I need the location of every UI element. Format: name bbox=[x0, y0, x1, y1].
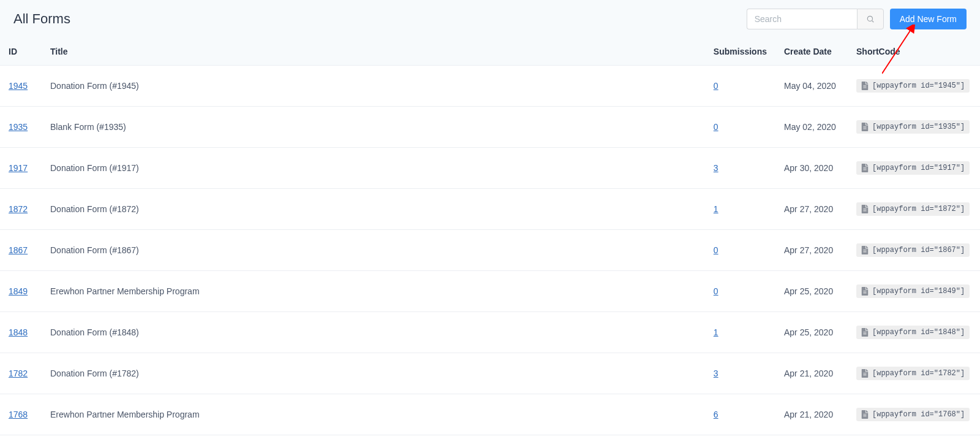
create-date: Apr 25, 2020 bbox=[784, 286, 833, 296]
form-id-link[interactable]: 1935 bbox=[9, 122, 28, 132]
submissions-link[interactable]: 0 bbox=[714, 286, 718, 296]
submissions-link[interactable]: 0 bbox=[714, 245, 718, 255]
search-icon bbox=[866, 15, 875, 23]
col-header-submissions[interactable]: Submissions bbox=[705, 38, 775, 66]
form-id-link[interactable]: 1848 bbox=[9, 327, 28, 337]
search-wrap bbox=[747, 9, 884, 29]
create-date: Apr 21, 2020 bbox=[784, 410, 833, 419]
form-title: Blank Form (#1935) bbox=[50, 122, 126, 132]
col-header-title[interactable]: Title bbox=[42, 38, 705, 66]
forms-table: ID Title Submissions Create Date ShortCo… bbox=[0, 38, 980, 435]
submissions-link[interactable]: 0 bbox=[714, 81, 718, 91]
create-date: May 04, 2020 bbox=[784, 81, 836, 91]
document-icon bbox=[861, 164, 869, 172]
shortcode-chip[interactable]: [wppayform id="1867"] bbox=[856, 243, 970, 257]
shortcode-text: [wppayform id="1935"] bbox=[872, 123, 965, 131]
form-id-link[interactable]: 1768 bbox=[9, 410, 28, 419]
form-title: Erewhon Partner Membership Program bbox=[50, 410, 200, 419]
form-id-link[interactable]: 1872 bbox=[9, 204, 28, 214]
submissions-link[interactable]: 1 bbox=[714, 204, 718, 214]
page-header: All Forms Add New Form bbox=[0, 0, 980, 38]
shortcode-chip[interactable]: [wppayform id="1872"] bbox=[856, 202, 970, 216]
form-title: Donation Form (#1848) bbox=[50, 327, 139, 337]
table-row: 1867Donation Form (#1867)0Apr 27, 2020[w… bbox=[0, 230, 980, 271]
table-row: 1872Donation Form (#1872)1Apr 27, 2020[w… bbox=[0, 189, 980, 230]
add-new-form-button[interactable]: Add New Form bbox=[890, 9, 967, 29]
shortcode-chip[interactable]: [wppayform id="1848"] bbox=[856, 326, 970, 339]
table-row: 1768Erewhon Partner Membership Program6A… bbox=[0, 394, 980, 435]
form-id-link[interactable]: 1917 bbox=[9, 163, 28, 173]
table-row: 1849Erewhon Partner Membership Program0A… bbox=[0, 271, 980, 312]
create-date: Apr 21, 2020 bbox=[784, 368, 833, 378]
shortcode-chip[interactable]: [wppayform id="1849"] bbox=[856, 284, 970, 298]
table-row: 1917Donation Form (#1917)3Apr 30, 2020[w… bbox=[0, 148, 980, 189]
form-title: Donation Form (#1917) bbox=[50, 163, 139, 173]
document-icon bbox=[861, 328, 869, 337]
form-id-link[interactable]: 1945 bbox=[9, 81, 28, 91]
search-input[interactable] bbox=[747, 9, 857, 29]
table-row: 1782Donation Form (#1782)3Apr 21, 2020[w… bbox=[0, 353, 980, 394]
search-button[interactable] bbox=[857, 9, 884, 29]
form-title: Donation Form (#1872) bbox=[50, 204, 139, 214]
submissions-link[interactable]: 0 bbox=[714, 122, 718, 132]
form-id-link[interactable]: 1849 bbox=[9, 286, 28, 296]
col-header-id[interactable]: ID bbox=[0, 38, 42, 66]
shortcode-text: [wppayform id="1872"] bbox=[872, 205, 965, 213]
shortcode-text: [wppayform id="1945"] bbox=[872, 82, 965, 90]
shortcode-text: [wppayform id="1848"] bbox=[872, 328, 965, 337]
form-title: Erewhon Partner Membership Program bbox=[50, 286, 200, 296]
document-icon bbox=[861, 287, 869, 296]
col-header-shortcode[interactable]: ShortCode bbox=[848, 38, 980, 66]
document-icon bbox=[861, 82, 869, 90]
table-row: 1935Blank Form (#1935)0May 02, 2020[wppa… bbox=[0, 107, 980, 148]
submissions-link[interactable]: 1 bbox=[714, 327, 718, 337]
form-id-link[interactable]: 1867 bbox=[9, 245, 28, 255]
shortcode-chip[interactable]: [wppayform id="1782"] bbox=[856, 367, 970, 380]
svg-line-1 bbox=[872, 21, 873, 23]
submissions-link[interactable]: 3 bbox=[714, 163, 718, 173]
shortcode-chip[interactable]: [wppayform id="1917"] bbox=[856, 161, 970, 175]
document-icon bbox=[861, 369, 869, 378]
table-row: 1848Donation Form (#1848)1Apr 25, 2020[w… bbox=[0, 312, 980, 353]
document-icon bbox=[861, 123, 869, 131]
shortcode-text: [wppayform id="1917"] bbox=[872, 164, 965, 172]
page-title: All Forms bbox=[13, 11, 70, 27]
svg-point-0 bbox=[867, 16, 872, 21]
submissions-link[interactable]: 6 bbox=[714, 410, 718, 419]
form-title: Donation Form (#1867) bbox=[50, 245, 139, 255]
shortcode-chip[interactable]: [wppayform id="1768"] bbox=[856, 408, 970, 421]
shortcode-text: [wppayform id="1849"] bbox=[872, 287, 965, 296]
form-id-link[interactable]: 1782 bbox=[9, 368, 28, 378]
document-icon bbox=[861, 410, 869, 419]
create-date: Apr 30, 2020 bbox=[784, 163, 833, 173]
create-date: May 02, 2020 bbox=[784, 122, 836, 132]
submissions-link[interactable]: 3 bbox=[714, 368, 718, 378]
shortcode-text: [wppayform id="1867"] bbox=[872, 246, 965, 254]
shortcode-chip[interactable]: [wppayform id="1945"] bbox=[856, 79, 970, 93]
form-title: Donation Form (#1782) bbox=[50, 368, 139, 378]
document-icon bbox=[861, 205, 869, 213]
create-date: Apr 27, 2020 bbox=[784, 245, 833, 255]
shortcode-text: [wppayform id="1768"] bbox=[872, 410, 965, 419]
shortcode-chip[interactable]: [wppayform id="1935"] bbox=[856, 120, 970, 134]
create-date: Apr 25, 2020 bbox=[784, 327, 833, 337]
document-icon bbox=[861, 246, 869, 254]
form-title: Donation Form (#1945) bbox=[50, 81, 139, 91]
create-date: Apr 27, 2020 bbox=[784, 204, 833, 214]
shortcode-text: [wppayform id="1782"] bbox=[872, 369, 965, 378]
header-actions: Add New Form bbox=[747, 9, 967, 29]
table-row: 1945Donation Form (#1945)0May 04, 2020[w… bbox=[0, 66, 980, 107]
col-header-create-date[interactable]: Create Date bbox=[775, 38, 848, 66]
